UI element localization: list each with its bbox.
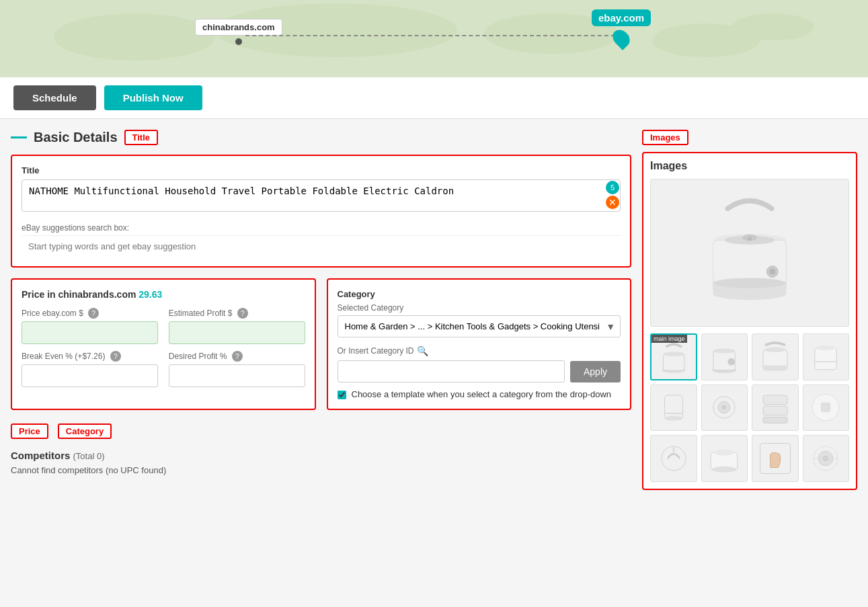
price-row-top: Price ebay.com $ ? 39.26 Estimated Profi… <box>22 308 305 344</box>
svg-point-5 <box>733 13 814 40</box>
svg-point-14 <box>769 268 775 274</box>
desired-profit-label: Desired Profit % ? <box>169 351 305 362</box>
svg-point-15 <box>748 237 752 241</box>
svg-rect-29 <box>664 395 682 419</box>
svg-point-31 <box>665 416 682 421</box>
category-annotation-badge: Category <box>58 423 112 439</box>
price-row-bottom: Break Even % (+$7.26) ? 18.5 Desired Pro… <box>22 351 305 387</box>
suggestion-label: eBay suggestions search box: <box>22 223 621 233</box>
desired-profit-input[interactable]: 8.00 <box>169 364 305 387</box>
competitors-count: (Total 0) <box>73 451 105 461</box>
source-pin: chinabrands.com <box>195 19 282 45</box>
thumb-img-3 <box>757 339 793 375</box>
thumb-img-11 <box>757 440 793 477</box>
svg-rect-39 <box>821 403 830 412</box>
svg-point-10 <box>713 278 787 288</box>
profit-info-icon[interactable]: ? <box>237 308 248 319</box>
category-section-label: Category <box>338 289 621 299</box>
svg-point-21 <box>713 348 735 353</box>
thumb-12[interactable] <box>803 435 850 482</box>
title-input[interactable]: NATHOME Multifunctional Household Travel… <box>22 179 621 212</box>
route-line <box>245 35 629 36</box>
price-value: 29.63 <box>139 289 162 300</box>
dest-pin: ebay.com <box>592 9 651 48</box>
title-clear-button[interactable]: ✕ <box>606 196 619 209</box>
svg-rect-26 <box>815 348 836 369</box>
svg-point-43 <box>715 449 734 455</box>
checkbox-label: Choose a template when you select a cate… <box>352 389 612 399</box>
bottom-badges: Price Category <box>11 423 631 439</box>
thumb-1[interactable]: main image <box>650 333 697 380</box>
thumb-6[interactable] <box>701 385 748 432</box>
images-annotation-badge: Images <box>642 130 688 145</box>
price-section: Price in chinabrands.com 29.63 Price eba… <box>11 278 316 410</box>
map-header: chinabrands.com ebay.com <box>0 0 868 77</box>
price-ebay-input[interactable]: 39.26 <box>22 321 158 344</box>
thumb-10[interactable] <box>701 435 748 482</box>
price-ebay-info-icon[interactable]: ? <box>88 308 99 319</box>
desired-profit-col: Desired Profit % ? 8.00 <box>169 351 305 387</box>
main-content: Basic Details Title Title NATHOME Multif… <box>0 119 868 501</box>
category-select[interactable]: Home & Garden > ... > Kitchen Tools & Ga… <box>338 315 621 337</box>
desired-profit-info-icon[interactable]: ? <box>232 351 243 362</box>
competitors-section: Competitors (Total 0) Cannot find compet… <box>11 450 631 475</box>
template-checkbox[interactable] <box>338 391 346 399</box>
thumb-img-9 <box>656 440 692 477</box>
section-header: Basic Details Title <box>11 130 631 145</box>
thumb-3[interactable] <box>752 333 799 380</box>
price-category-row: Price in chinabrands.com 29.63 Price eba… <box>11 278 631 421</box>
selected-category-label: Selected Category <box>338 303 621 313</box>
dest-label: ebay.com <box>592 9 651 26</box>
product-svg <box>699 189 800 317</box>
thumb-img-4 <box>807 339 844 375</box>
svg-point-34 <box>722 405 727 410</box>
estimated-profit-input[interactable]: 2.37 <box>169 321 305 344</box>
thumb-9[interactable] <box>650 435 697 482</box>
title-badge-count: 5 <box>606 181 619 194</box>
thumb-2[interactable] <box>701 333 748 380</box>
competitors-note: Cannot find competitors (no UPC found) <box>11 465 631 475</box>
break-even-input[interactable]: 18.5 <box>22 364 158 387</box>
break-even-label: Break Even % (+$7.26) ? <box>22 351 158 362</box>
svg-point-18 <box>663 352 684 356</box>
category-id-input[interactable] <box>338 360 565 382</box>
images-bordered: Images <box>642 152 857 490</box>
images-section-header: Images <box>642 130 857 145</box>
thumb-7[interactable] <box>752 385 799 432</box>
svg-point-22 <box>728 358 736 366</box>
publish-button[interactable]: Publish Now <box>104 85 202 110</box>
schedule-button[interactable]: Schedule <box>13 85 96 110</box>
thumb-img-2 <box>706 339 742 375</box>
estimated-profit-col: Estimated Profit $ ? 2.37 <box>169 308 305 344</box>
insert-id-label: Or Insert Category ID 🔍 <box>338 346 621 356</box>
section-title: Basic Details <box>34 130 118 145</box>
svg-point-1 <box>54 13 215 60</box>
estimated-profit-label: Estimated Profit $ ? <box>169 308 305 319</box>
thumb-img-10 <box>706 440 742 477</box>
thumb-8[interactable] <box>803 385 850 432</box>
thumb-11[interactable] <box>752 435 799 482</box>
competitors-title: Competitors (Total 0) <box>11 450 631 461</box>
thumb-5[interactable] <box>650 385 697 432</box>
category-select-wrapper: Home & Garden > ... > Kitchen Tools & Ga… <box>338 315 621 337</box>
thumb-img-1 <box>656 339 691 374</box>
title-input-wrapper: NATHOME Multifunctional Household Travel… <box>22 179 621 214</box>
action-bar: Schedule Publish Now <box>0 77 868 119</box>
svg-point-27 <box>816 346 836 350</box>
checkbox-row: Choose a template when you select a cate… <box>338 389 621 399</box>
thumb-img-6 <box>706 389 742 426</box>
thumb-4[interactable] <box>803 333 850 380</box>
category-id-row: Apply <box>338 360 621 382</box>
svg-rect-37 <box>763 417 787 423</box>
source-label: chinabrands.com <box>195 19 282 36</box>
thumbnail-grid: main image <box>650 333 849 482</box>
break-even-col: Break Even % (+$7.26) ? 18.5 <box>22 351 158 387</box>
suggestion-input[interactable] <box>22 235 621 257</box>
svg-rect-25 <box>763 365 787 370</box>
price-ebay-col: Price ebay.com $ ? 39.26 <box>22 308 158 344</box>
apply-button[interactable]: Apply <box>570 361 621 382</box>
main-image-badge: main image <box>652 335 687 343</box>
thumb-img-7 <box>757 389 793 426</box>
svg-rect-17 <box>663 354 684 370</box>
break-even-info-icon[interactable]: ? <box>110 351 121 362</box>
